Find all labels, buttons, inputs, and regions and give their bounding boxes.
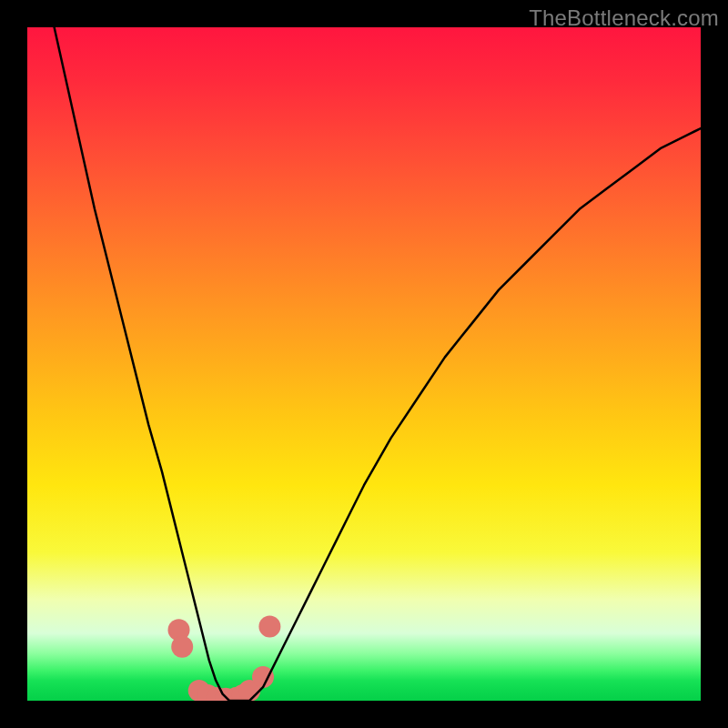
highlight-dot xyxy=(171,636,193,658)
plot-area xyxy=(27,27,701,701)
bottleneck-curve xyxy=(55,27,701,701)
curve-layer xyxy=(27,27,701,701)
chart-frame: TheBottleneck.com xyxy=(0,0,728,728)
highlight-dot xyxy=(258,616,280,638)
